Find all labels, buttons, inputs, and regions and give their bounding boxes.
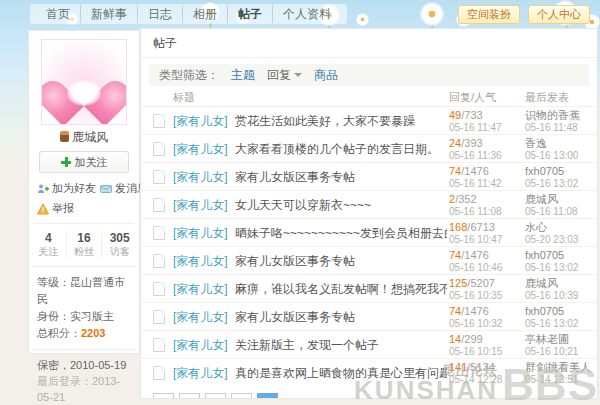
post-category-link[interactable]: [家有儿女]	[173, 141, 228, 158]
document-icon	[153, 142, 165, 156]
avatar[interactable]	[41, 39, 127, 125]
post-category-link[interactable]: [家有儿女]	[173, 113, 228, 130]
post-category-link[interactable]: [家有儿女]	[173, 309, 228, 326]
pagination: 12345	[153, 393, 597, 399]
post-title-link[interactable]: 家有儿女版区事务专帖	[235, 169, 447, 186]
last-poster-link[interactable]: 水心	[525, 222, 595, 233]
profile-stats: 4 关注 16 粉丝 305 访客	[29, 231, 139, 259]
last-login-label: 最后登录：	[37, 375, 92, 387]
nav-item[interactable]: 个人资料	[273, 5, 341, 23]
nav-item[interactable]: 相册	[183, 5, 228, 23]
post-title-link[interactable]: 家有儿女版区事务专帖	[235, 253, 447, 270]
view-count: 352	[458, 193, 476, 205]
post-category-link[interactable]: [家有儿女]	[173, 281, 228, 298]
stat-label: 粉丝	[74, 246, 94, 257]
stat-value: 305	[102, 231, 137, 245]
replies-views-cell: 125/5207 05-16 10:35	[449, 278, 521, 301]
divider	[34, 266, 134, 267]
posts-table: [家有儿女] 赏花生活如此美好，大家不要暴躁 49/733 05-16 11:4…	[141, 106, 597, 386]
last-poster-link[interactable]: fxh0705	[525, 250, 595, 261]
stat-label: 关注	[38, 246, 58, 257]
divider	[34, 349, 134, 350]
page-button[interactable]: 4	[231, 393, 252, 399]
username-row: 鹿城风	[29, 129, 139, 146]
reply-view-line: 74/1476	[449, 250, 521, 261]
post-title-link[interactable]: 真的是喜欢网上晒食物的真是心里有问题啊	[235, 365, 447, 382]
add-friend-link[interactable]: 加为好友	[37, 181, 96, 196]
profile-info: 等级：昆山普通市民 身份：实习版主 总积分：2203	[29, 274, 139, 342]
post-category-link[interactable]: [家有儿女]	[173, 337, 228, 354]
filter-topic-link[interactable]: 主题	[231, 67, 255, 84]
filter-goods-link[interactable]: 商品	[314, 67, 338, 84]
table-row: [家有儿女] 家有儿女版区事务专帖 74/1476 05-16 10:32 fx…	[141, 302, 597, 330]
reply-count: 74	[449, 165, 461, 177]
reply-view-line: 24/393	[449, 138, 521, 149]
reply-view-line: 141/5134	[449, 362, 521, 373]
level-label: 等级：	[37, 276, 70, 288]
space-decorate-button[interactable]: 空间装扮	[458, 5, 520, 24]
post-title-link[interactable]: 家有儿女版区事务专帖	[235, 309, 447, 326]
nav-item[interactable]: 日志	[138, 5, 183, 23]
last-poster-link[interactable]: 群剑挑看美人	[525, 362, 595, 373]
stat-item[interactable]: 16 粉丝	[66, 231, 102, 259]
view-count: 1476	[464, 305, 488, 317]
filter-reply-dropdown[interactable]: 回复	[267, 67, 302, 84]
chevron-down-icon	[294, 73, 302, 77]
column-last-post: 最后发表	[525, 90, 569, 105]
view-count: 299	[464, 333, 482, 345]
last-poster-link[interactable]: 香逸	[525, 138, 595, 149]
follow-button[interactable]: 加关注	[39, 151, 129, 173]
last-poster-link[interactable]: 鹿城风	[525, 278, 595, 289]
last-poster-link[interactable]: fxh0705	[525, 306, 595, 317]
post-title-link[interactable]: 赏花生活如此美好，大家不要暴躁	[235, 113, 447, 130]
reply-view-line: 14/299	[449, 334, 521, 345]
sidebar-links: 加为好友 发消息	[29, 173, 139, 196]
last-post-cell: 香逸 05-16 13:00	[525, 138, 595, 161]
warning-icon	[37, 203, 49, 215]
last-poster-link[interactable]: fxh0705	[525, 166, 595, 177]
post-title-link[interactable]: 女儿天天可以穿新衣~~~~	[235, 197, 447, 214]
last-post-date: 05-16 10:39	[525, 290, 595, 301]
personal-center-button[interactable]: 个人中心	[528, 5, 590, 24]
post-date: 05-16 10:32	[449, 318, 521, 329]
post-category-link[interactable]: [家有儿女]	[173, 365, 228, 382]
page-button[interactable]: 3	[205, 393, 226, 399]
post-title-link[interactable]: 麻痹，谁以我名义乱发帖啊！想搞死我不是这么搞 ..	[235, 281, 447, 298]
identity-label: 身份：	[37, 310, 70, 322]
post-title-link[interactable]: 晒妹子咯~~~~~~~~~~~发到会员相册去的话，能认证 ..	[235, 225, 447, 242]
post-category-link[interactable]: [家有儿女]	[173, 169, 228, 186]
page-button[interactable]: 5	[257, 393, 278, 399]
replies-views-cell: 2/352 05-16 11:08	[449, 194, 521, 217]
table-row: [家有儿女] 女儿天天可以穿新衣~~~~ 2/352 05-16 11:08 鹿…	[141, 190, 597, 218]
last-post-cell: 鹿城风 05-16 10:39	[525, 278, 595, 301]
nav-item[interactable]: 首页	[36, 5, 81, 23]
last-poster-link[interactable]: 识物的香蕉	[525, 110, 595, 121]
post-date: 05-14 12:28	[449, 374, 521, 385]
last-poster-link[interactable]: 鹿城风	[525, 194, 595, 205]
filter-reply-label: 回复	[267, 67, 291, 84]
stat-item[interactable]: 305 访客	[101, 231, 137, 259]
report-row: 举报	[29, 196, 139, 216]
stat-item[interactable]: 4 关注	[31, 231, 66, 259]
nav-item[interactable]: 帖子	[228, 5, 273, 23]
replies-views-cell: 74/1476 05-16 10:32	[449, 306, 521, 329]
last-poster-link[interactable]: 亭林老圃	[525, 334, 595, 345]
report-label: 举报	[52, 201, 74, 216]
view-count: 5134	[470, 361, 494, 373]
table-row: [家有儿女] 麻痹，谁以我名义乱发帖啊！想搞死我不是这么搞 .. 125/520…	[141, 274, 597, 302]
nav-item[interactable]: 新鲜事	[81, 5, 138, 23]
page-button[interactable]: 1	[153, 393, 174, 399]
last-post-cell: fxh0705 05-16 13:02	[525, 250, 595, 273]
header-buttons: 空间装扮 个人中心	[458, 5, 590, 24]
post-category-link[interactable]: [家有儿女]	[173, 253, 228, 270]
post-title-link[interactable]: 关注新版主，发现一个帖子	[235, 337, 447, 354]
post-category-link[interactable]: [家有儿女]	[173, 225, 228, 242]
post-title-link[interactable]: 大家看看顶楼的几个帖子的发言日期。	[235, 141, 447, 158]
table-row: [家有儿女] 大家看看顶楼的几个帖子的发言日期。 24/393 05-16 11…	[141, 134, 597, 162]
report-link[interactable]: 举报	[37, 201, 133, 216]
flower-decoration	[420, 2, 444, 26]
page-button[interactable]: 2	[179, 393, 200, 399]
post-category-link[interactable]: [家有儿女]	[173, 197, 228, 214]
post-date: 05-16 10:15	[449, 346, 521, 357]
reply-view-line: 74/1476	[449, 306, 521, 317]
